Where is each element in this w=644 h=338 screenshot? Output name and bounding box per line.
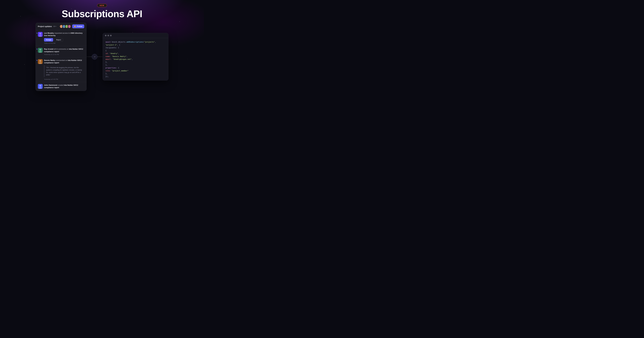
notif-avatar: [38, 48, 43, 53]
svg-point-10: [69, 26, 70, 26]
connector: →: [86, 54, 103, 60]
accept-button[interactable]: Accept: [44, 38, 53, 42]
arrow-icon: →: [94, 56, 96, 58]
panel-header: Project updates All ▾: [36, 23, 86, 30]
code-content: await knock.objects.addSubscriptions("pr…: [103, 38, 168, 80]
notif-body: Ray Arnold left 6 comments on Isla Nubla…: [44, 48, 84, 55]
notif-time: Today at 9:42 AM: [44, 42, 84, 44]
new-badge: NEW: [97, 4, 107, 7]
header-section: NEW Subscriptions API: [62, 0, 142, 19]
notif-body: John Hammond created Isla Nublar SOC2 co…: [44, 84, 84, 89]
svg-point-8: [66, 27, 68, 28]
notif-avatar: [38, 32, 43, 37]
notif-body: Dennis Nedry commented on Isla Nublar SO…: [44, 59, 84, 80]
svg-point-2: [60, 27, 62, 28]
actor-name: Ray Arnold: [44, 48, 53, 50]
actor-name: Dennis Nedry: [44, 59, 55, 61]
quote-block: "Oh, I finished de-bugging the phones, b…: [44, 65, 84, 77]
unread-dot: [36, 33, 37, 34]
notification-item: John Hammond created Isla Nublar SOC2 co…: [36, 82, 86, 91]
code-line: id: "dnedry",: [106, 52, 166, 55]
notif-text: John Hammond created Isla Nublar SOC2 co…: [44, 84, 84, 89]
notif-content: John Hammond created Isla Nublar SOC2 co…: [38, 84, 84, 89]
code-line: properties: {: [106, 66, 166, 69]
notif-text: Ray Arnold left 6 comments on Isla Nubla…: [44, 48, 84, 53]
notif-text: Dennis Nedry commented on Isla Nublar SO…: [44, 59, 84, 64]
svg-point-13: [39, 33, 41, 34]
svg-point-16: [39, 49, 41, 50]
notif-time: Yesterday at 11:42 PM: [44, 54, 84, 55]
page-title: Subscriptions API: [62, 9, 142, 19]
panel-header-right: 🔔 Follow: [60, 24, 84, 28]
arrow-circle: →: [92, 54, 98, 60]
svg-point-1: [61, 26, 62, 26]
code-line: email: "dnedry@ingen.net",: [106, 58, 166, 61]
follow-button[interactable]: 🔔 Follow: [72, 24, 84, 28]
actor-name: Lex Murphy: [44, 32, 54, 34]
code-line: },: [106, 72, 166, 75]
notif-content: Dennis Nedry commented on Isla Nublar SO…: [38, 59, 84, 80]
notif-avatar: [38, 59, 43, 64]
code-line: {: [106, 49, 166, 52]
code-line: await knock.objects.addSubscriptions("pr…: [106, 40, 166, 46]
svg-point-5: [63, 27, 65, 28]
code-line: recipients: [: [106, 46, 166, 49]
code-line: });: [106, 75, 166, 78]
code-panel: await knock.objects.addSubscriptions("pr…: [103, 33, 168, 80]
notification-panel: Project updates All ▾: [36, 23, 86, 91]
reject-button[interactable]: Reject: [54, 38, 63, 42]
notification-item: Ray Arnold left 6 comments on Isla Nubla…: [36, 46, 86, 57]
notif-text: Lex Murphy requested access to UNIX dire…: [44, 32, 84, 37]
svg-point-7: [66, 26, 67, 26]
traffic-light-green: [110, 35, 112, 36]
code-panel-header: [103, 33, 168, 38]
traffic-light-red: [105, 35, 106, 36]
svg-point-4: [64, 26, 64, 26]
notif-content: Ray Arnold left 6 comments on Isla Nubla…: [38, 48, 84, 55]
code-line: ],: [106, 64, 166, 66]
svg-point-19: [39, 60, 41, 62]
notif-body: Lex Murphy requested access to UNIX dire…: [44, 32, 84, 44]
notification-item: Dennis Nedry commented on Isla Nublar SO…: [36, 57, 86, 82]
follow-button-label: Follow: [77, 25, 82, 27]
notification-item: Lex Murphy requested access to UNIX dire…: [36, 30, 86, 46]
filter-label: All: [53, 26, 55, 27]
svg-point-22: [39, 85, 41, 87]
action-buttons: Accept Reject: [44, 38, 84, 42]
code-line: },: [106, 61, 166, 64]
panels-area: Project updates All ▾: [0, 23, 204, 91]
unread-dot: [36, 60, 37, 61]
notif-time: Yesterday at 5:42 PM: [44, 78, 84, 80]
avatar: [68, 25, 71, 28]
code-line: role: "project_member": [106, 69, 166, 72]
bell-icon: 🔔: [74, 26, 76, 27]
actor-name: John Hammond: [44, 84, 57, 86]
notif-content: Lex Murphy requested access to UNIX dire…: [38, 32, 84, 44]
notif-avatar: [38, 84, 43, 89]
svg-point-11: [68, 27, 70, 28]
filter-dropdown[interactable]: All ▾: [53, 26, 56, 27]
traffic-light-yellow: [108, 35, 109, 36]
unread-dot: [36, 49, 37, 50]
avatar-stack: [60, 25, 71, 28]
panel-header-left: Project updates All ▾: [38, 25, 56, 28]
code-line: name: "Dennis Nedry",: [106, 55, 166, 58]
chevron-down-icon: ▾: [56, 26, 56, 27]
panel-title: Project updates: [38, 25, 52, 28]
